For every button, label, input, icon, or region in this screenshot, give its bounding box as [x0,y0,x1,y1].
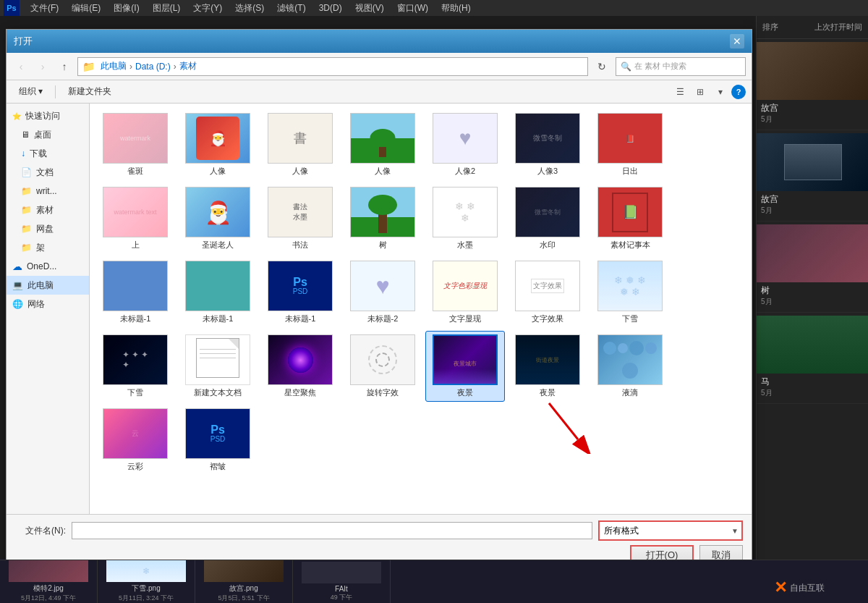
file-item-portrait5[interactable]: 微雪冬制 人像3 [508,109,587,180]
file-thumb-wrinkle: Ps PSD [185,408,250,459]
file-item-portrait3[interactable]: 人像 [343,109,422,180]
nav-item-docs[interactable]: 📄 文档 [7,163,89,182]
file-name-untitled1c: 未标题-1 [268,313,333,324]
file-item-up[interactable]: watermark text 上 [95,183,175,254]
breadcrumb-folder[interactable]: 素材 [179,60,197,72]
recent-thumb-3 [757,224,868,282]
file-item-ink[interactable]: ❄ ❄❄ 水墨 [425,183,505,254]
file-item-untitled1a[interactable]: 未标题-1 [95,257,175,328]
nav-item-shelf[interactable]: 📁 架 [7,238,89,257]
menu-help[interactable]: 帮助(H) [435,1,477,16]
view-details-button[interactable]: ▾ [711,84,730,100]
taskbar-label-fait: FAIt [335,585,348,593]
dialog-close-button[interactable]: ✕ [730,34,744,49]
organize-button[interactable]: 组织 ▾ [12,83,49,101]
file-item-night2[interactable]: 街道夜景 夜景 [508,331,587,402]
menu-3d[interactable]: 3D(D) [313,1,348,14]
file-item-portrait4[interactable]: ♥ 人像2 [425,109,505,180]
file-item-snow2[interactable]: ✦ ✦ ✦✦ 下雪 [95,331,175,402]
recent-thumb-2 [757,133,868,191]
recent-item-3[interactable]: 树 5月 [757,222,868,313]
file-item-portrait2[interactable]: 書 人像 [260,109,340,180]
breadcrumb-computer[interactable]: 此电脑 [101,60,127,72]
file-item-portrait1[interactable]: 🎅 人像 [178,109,258,180]
nav-item-download[interactable]: ↓ 下载 [7,144,89,163]
view-list-button[interactable]: ☰ [671,84,689,100]
taskbar-item-fait[interactable]: FAIt 49 下午 [293,560,391,603]
file-item-calligraphy[interactable]: 書法水墨 书法 [260,183,340,254]
taskbar-date-mote: 5月12日, 4:49 下午 [21,594,76,603]
download-icon: ↓ [21,148,25,159]
filename-row: 文件名(N): 所有格式 Photoshop (*.PSD;*.PDD) JPE… [15,520,743,541]
file-item-night1[interactable]: 夜景城市 夜景 [425,331,505,402]
menu-filter[interactable]: 滤镜(T) [271,1,311,16]
nav-item-network[interactable]: 🌐 网络 [7,295,89,313]
nav-item-onedrive[interactable]: ☁ OneD... [7,257,89,276]
file-item-watermark[interactable]: 微雪冬制 水印 [508,183,587,254]
file-thumb-watermark: 微雪冬制 [515,187,580,237]
recent-item-2[interactable]: 故宫 5月 [757,130,868,222]
file-item-galaxy[interactable]: 星空聚焦 [260,331,340,402]
menu-file[interactable]: 文件(F) [25,1,64,16]
view-grid-button[interactable]: ⊞ [691,84,710,100]
file-item-santa[interactable]: 🎅 圣诞老人 [178,183,258,254]
forward-button[interactable]: › [34,58,51,75]
file-thumb-textshow: 文字色彩显现 [433,261,498,311]
menu-window[interactable]: 窗口(W) [391,1,434,16]
breadcrumb-drive[interactable]: Data (D:) [135,62,171,72]
file-item-untitled2[interactable]: ♥ 未标题-2 [343,257,422,328]
file-item-snow1[interactable]: ❄ ❅ ❄❅ ❄ 下雪 [590,257,670,328]
file-item-notebook[interactable]: 📗 素材记事本 [590,183,670,254]
file-name-untitled2: 未标题-2 [350,313,415,324]
brand-text: 自由互联 [790,582,825,594]
file-item-clouds[interactable]: 云 云彩 [95,405,175,476]
file-item-untitled1b[interactable]: 未标题-1 [178,257,258,328]
menu-text[interactable]: 文字(Y) [187,1,228,16]
file-name-portrait2: 人像 [268,166,333,177]
sort-label[interactable]: 排序 [762,22,778,33]
menu-edit[interactable]: 编辑(E) [66,1,106,16]
nav-item-material[interactable]: 📁 素材 [7,201,89,219]
file-name-snow1: 下雪 [597,313,663,324]
file-item-texteffect[interactable]: 文字效果 文字效果 [508,257,587,328]
nav-item-write[interactable]: 📁 writ... [7,182,89,201]
file-item-rotate[interactable]: 旋转字效 [343,331,422,402]
nav-item-quick-access[interactable]: ⭐ 快速访问 [7,106,89,125]
filename-input[interactable] [72,522,592,539]
recent-item-1[interactable]: 故宫 5月 [757,39,868,130]
file-item-drops[interactable]: 液滴 [590,331,670,402]
help-button[interactable]: ? [731,85,746,99]
file-name-sunrise: 日出 [597,166,663,177]
search-box[interactable]: 🔍 在 素材 中搜索 [616,57,746,76]
file-name-portrait5: 人像3 [515,166,580,177]
menu-view[interactable]: 视图(V) [349,1,390,16]
nav-item-computer[interactable]: 💻 此电脑 [7,276,89,295]
taskbar: 模特2.jpg 5月12日, 4:49 下午 ❄ 下雪.png 5月11日, 3… [0,560,868,603]
file-item-sunrise[interactable]: 📕 日出 [590,109,670,180]
taskbar-item-snow[interactable]: ❄ 下雪.png 5月11日, 3:24 下午 [98,560,195,603]
up-button[interactable]: ↑ [56,58,73,75]
file-thumb-galaxy [268,334,333,385]
file-item-textshow[interactable]: 文字色彩显现 文字显现 [425,257,505,328]
taskbar-item-palace[interactable]: 故宫.png 5月5日, 5:51 下午 [195,560,293,603]
file-name-night1: 夜景 [433,387,498,398]
back-button[interactable]: ‹ [12,58,30,75]
file-thumb-quezhan: watermark [103,113,168,164]
nav-item-desktop[interactable]: 🖥 桌面 [7,125,89,144]
taskbar-item-mote[interactable]: 模特2.jpg 5月12日, 4:49 下午 [0,560,98,603]
file-name-calligraphy: 书法 [268,240,333,250]
file-item-wrinkle[interactable]: Ps PSD 褶皱 [178,405,258,476]
file-item-newdoc[interactable]: 新建文本文档 [178,331,258,402]
file-item-untitled1c[interactable]: Ps PSD 未标题-1 [260,257,340,328]
new-folder-button[interactable]: 新建文件夹 [61,83,118,101]
menu-image[interactable]: 图像(I) [108,1,145,16]
recent-item-4[interactable]: 马 5月 [757,313,868,404]
refresh-button[interactable]: ↻ [592,57,611,76]
file-item-tree[interactable]: 树 [343,183,422,254]
menu-select[interactable]: 选择(S) [229,1,270,16]
menu-layers[interactable]: 图层(L) [147,1,187,16]
file-name-portrait4: 人像2 [433,166,498,177]
file-item-quezhan[interactable]: watermark 雀斑 [95,109,175,180]
filetype-select[interactable]: 所有格式 Photoshop (*.PSD;*.PDD) JPEG (*.JPG… [600,522,741,539]
nav-item-netdisk[interactable]: 📁 网盘 [7,219,89,238]
